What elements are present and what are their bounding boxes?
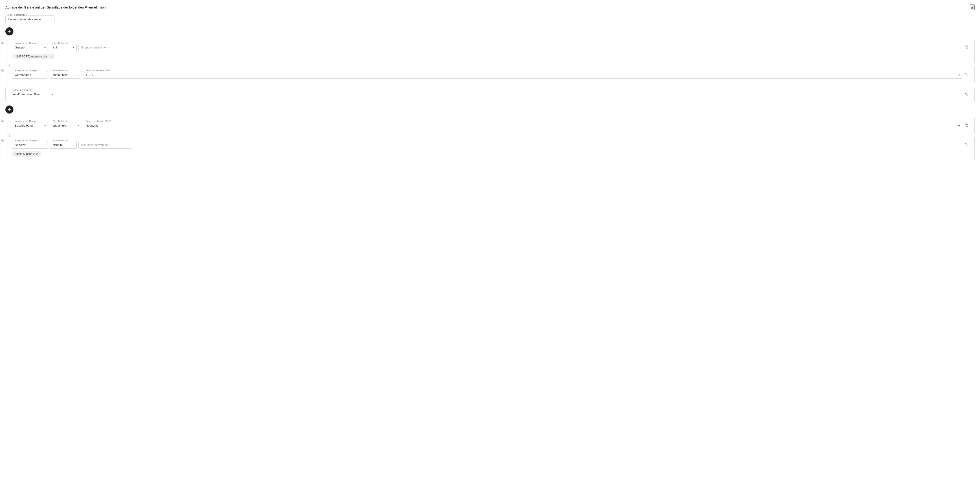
filter-block-beschreibung: Kategorie der Abfrage* Beschreibung ▾ Fi… <box>7 117 975 134</box>
filterdef-4-wrapper: Filter Definition* nicht in ▾ <box>49 141 76 149</box>
benutzerwert-1-wrapper: Benutzerdefinierter Wert* + <box>83 71 962 79</box>
chip-support2-label: _SUPPORT2 Appstore User <box>14 55 48 58</box>
filterdef-3-select[interactable]: enthält nicht <box>49 122 81 129</box>
geraetename-row: Kategorie der Abfrage* Gerätename ▾ Filt… <box>12 71 970 79</box>
filter-spec-2-container: Filter-Spezifikation* Ausführen aller Fi… <box>5 87 975 102</box>
add-button-1[interactable]: + <box>5 27 13 35</box>
kategorie-2-label: Kategorie der Abfrage* <box>14 69 38 72</box>
kategorie-4-wrapper: Kategorie der Abfrage* Benutzer ▾ <box>12 141 48 149</box>
benutzerwert-2-input[interactable] <box>83 122 962 129</box>
filterdef-1-label: Filter Definition* <box>52 42 69 44</box>
filter-spec-1-select[interactable]: Führen Sie mindestens ei... <box>5 16 55 23</box>
dot-2 <box>2 69 3 71</box>
benutzer-chips-row: Admin Support 2 ✕ <box>12 149 962 157</box>
filterdef-1-wrapper: Filter Definition* ist in ▾ <box>49 44 76 51</box>
dot-3 <box>2 120 3 122</box>
benutzer-row: Kategorie der Abfrage* Benutzer ▾ Filter… <box>12 141 970 157</box>
delete-gruppen-btn[interactable]: 🗑 <box>964 44 970 50</box>
groups-input[interactable]: Gruppen auswählen * <box>78 44 132 51</box>
filter-spec-2-label: Filter-Spezifikation* <box>12 89 33 91</box>
geraetename-fields: Kategorie der Abfrage* Gerätename ▾ Filt… <box>12 71 962 79</box>
gruppen-chips-row: _SUPPORT2 Appstore User ✕ <box>12 52 962 59</box>
benutzerwert-1-label: Benutzerdefinierter Wert* <box>85 69 111 72</box>
filter-block-geraetename: Kategorie der Abfrage* Gerätename ▾ Filt… <box>7 67 975 83</box>
add-button-2[interactable]: + <box>5 105 13 114</box>
filter-spec-1-row: Filter-Spezifikation* Führen Sie mindest… <box>5 16 975 23</box>
filterdef-4-select[interactable]: nicht in <box>49 141 76 149</box>
benutzer-fields: Kategorie der Abfrage* Benutzer ▾ Filter… <box>12 141 962 157</box>
filter-spec-2-wrapper: Filter-Spezifikation* Ausführen aller Fi… <box>10 91 55 98</box>
kategorie-1-wrapper: Kategorie der Abfrage* Gruppen ▾ <box>12 44 48 51</box>
filterdef-4-label: Filter Definition* <box>52 139 69 142</box>
chip-admin-support-label: Admin Support 2 <box>14 152 35 156</box>
delete-filter-spec-2-btn[interactable]: 🗑 <box>964 91 970 98</box>
filter-spec-1-label: Filter-Spezifikation* <box>8 14 28 16</box>
filterdef-2-label: Filter Definition* <box>52 69 69 72</box>
benutzerwert-1-add-icon[interactable]: + <box>958 73 961 77</box>
page-header: Abfrage der Geräte auf der Grundlage der… <box>5 5 975 10</box>
filter-block-gruppen: Kategorie der Abfrage* Gruppen ▾ Filter … <box>7 39 975 64</box>
gruppen-fields: Kategorie der Abfrage* Gruppen ▾ Filter … <box>12 44 962 59</box>
filterdef-3-label: Filter Definition* <box>52 120 69 122</box>
users-input[interactable]: Benutzer auswählen * <box>78 141 132 149</box>
beschreibung-row: Kategorie der Abfrage* Beschreibung ▾ Fi… <box>12 122 970 129</box>
kategorie-2-select[interactable]: Gerätename <box>12 71 48 79</box>
benutzer-inline: Kategorie der Abfrage* Benutzer ▾ Filter… <box>12 141 962 149</box>
delete-geraetename-btn[interactable]: 🗑 <box>964 71 970 78</box>
dot-1 <box>2 42 3 44</box>
chip-admin-support: Admin Support 2 ✕ <box>12 151 41 157</box>
kategorie-3-label: Kategorie der Abfrage* <box>14 120 38 122</box>
filter-spec-2-select[interactable]: Ausführen aller Filter <box>10 91 55 98</box>
kategorie-2-wrapper: Kategorie der Abfrage* Gerätename ▾ <box>12 71 48 79</box>
kategorie-1-select[interactable]: Gruppen <box>12 44 48 51</box>
chip-support2: _SUPPORT2 Appstore User ✕ <box>12 54 55 59</box>
filterdef-3-wrapper: Filter Definition* enthält nicht ▾ <box>49 122 81 129</box>
filter-spec-2-section: Filter-Spezifikation* Ausführen aller Fi… <box>5 87 975 102</box>
users-input-wrapper: Benutzer auswählen * <box>78 141 132 149</box>
gruppen-inline: Kategorie der Abfrage* Gruppen ▾ Filter … <box>12 44 962 51</box>
filter-spec-1-wrapper: Filter-Spezifikation* Führen Sie mindest… <box>5 16 55 23</box>
groups-input-wrapper: Gruppen auswählen * <box>78 44 132 51</box>
filterdef-1-select[interactable]: ist in <box>49 44 76 51</box>
beschreibung-fields: Kategorie der Abfrage* Beschreibung ▾ Fi… <box>12 122 962 129</box>
collapse-button[interactable]: ▲ <box>970 5 975 10</box>
kategorie-3-wrapper: Kategorie der Abfrage* Beschreibung ▾ <box>12 122 48 129</box>
page-title: Abfrage der Geräte auf der Grundlage der… <box>5 5 106 9</box>
kategorie-3-select[interactable]: Beschreibung <box>12 122 48 129</box>
kategorie-4-label: Kategorie der Abfrage* <box>14 139 38 142</box>
filter-block-benutzer: Kategorie der Abfrage* Benutzer ▾ Filter… <box>7 137 975 161</box>
kategorie-4-select[interactable]: Benutzer <box>12 141 48 149</box>
benutzerwert-1-input[interactable] <box>83 71 962 79</box>
benutzerwert-2-wrapper: Benutzerdefinierter Wert* + <box>83 122 962 129</box>
chip-support2-close[interactable]: ✕ <box>50 55 52 58</box>
kategorie-1-label: Kategorie der Abfrage* <box>14 42 38 44</box>
benutzerwert-2-label: Benutzerdefinierter Wert* <box>85 120 111 122</box>
filterdef-2-wrapper: Filter Definition* enthält nicht ▾ <box>49 71 81 79</box>
benutzerwert-2-add-icon[interactable]: + <box>958 123 961 128</box>
delete-benutzer-btn[interactable]: 🗑 <box>964 141 970 148</box>
gruppen-row: Kategorie der Abfrage* Gruppen ▾ Filter … <box>12 44 970 59</box>
filterdef-2-select[interactable]: enthält nicht <box>49 71 81 79</box>
delete-beschreibung-btn[interactable]: 🗑 <box>964 122 970 129</box>
dot-4 <box>2 139 3 141</box>
chip-admin-support-close[interactable]: ✕ <box>36 152 38 156</box>
